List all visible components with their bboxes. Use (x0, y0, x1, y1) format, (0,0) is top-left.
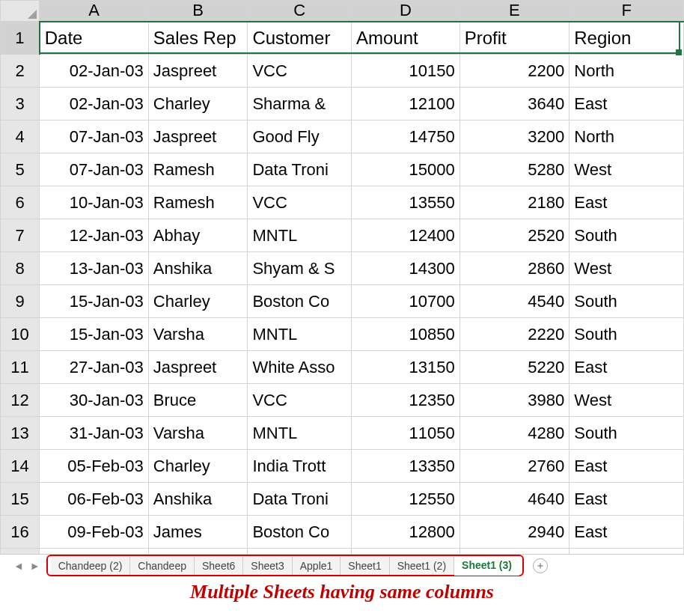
cell-date[interactable]: 07-Jan-03 (40, 121, 149, 153)
cell-cust[interactable]: MNTL (248, 417, 352, 450)
cell-region[interactable]: East (570, 186, 684, 219)
row-header[interactable]: 4 (1, 121, 40, 153)
cell-date[interactable]: 15-Jan-03 (40, 285, 149, 318)
cell-F1[interactable]: Region (570, 22, 684, 55)
cell-region[interactable]: South (570, 318, 684, 351)
cell-region[interactable]: East (570, 351, 684, 384)
cell-amount[interactable]: 15000 (352, 153, 460, 186)
cell-cust[interactable]: VCC (248, 55, 352, 88)
col-header-F[interactable]: F (570, 1, 684, 22)
cell-date[interactable]: 13-Jan-03 (40, 252, 149, 285)
cell-amount[interactable]: 12100 (352, 88, 460, 121)
cell-profit[interactable]: 4640 (459, 483, 570, 516)
col-header-D[interactable]: D (352, 1, 460, 22)
cell-amount[interactable]: 14750 (352, 121, 460, 153)
cell-region[interactable]: West (570, 252, 684, 285)
cell-date[interactable]: 30-Jan-03 (40, 384, 149, 417)
tab-next-icon[interactable]: ► (30, 560, 40, 572)
cell-rep[interactable]: James (148, 516, 248, 549)
cell-date[interactable]: 15-Jan-03 (40, 318, 149, 351)
cell-profit[interactable]: 3980 (459, 384, 570, 417)
row-header[interactable]: 12 (1, 384, 40, 417)
cell-cust[interactable]: White Asso (248, 351, 352, 384)
cell-cust[interactable]: Boston Co (248, 285, 352, 318)
add-sheet-button[interactable]: ＋ (533, 558, 548, 573)
cell-rep[interactable]: Bruce (148, 384, 248, 417)
cell-amount[interactable]: 11050 (352, 417, 460, 450)
cell-profit[interactable]: 2760 (459, 450, 570, 483)
cell-cust[interactable]: VCC (248, 186, 352, 219)
cell-date[interactable]: 10-Jan-03 (40, 186, 149, 219)
cell-amount[interactable]: 10700 (352, 285, 460, 318)
cell-rep[interactable]: Jaspreet (148, 121, 248, 153)
cell-date[interactable]: 06-Feb-03 (40, 483, 149, 516)
cell-date[interactable]: 07-Jan-03 (40, 153, 149, 186)
cell-region[interactable]: West (570, 384, 684, 417)
cell-amount[interactable]: 10850 (352, 318, 460, 351)
cell-rep[interactable]: Jaspreet (148, 55, 248, 88)
cell-cust[interactable]: MNTL (248, 219, 352, 252)
cell-profit[interactable]: 3640 (459, 88, 570, 121)
cell-amount[interactable]: 14300 (352, 252, 460, 285)
cell-profit[interactable]: 2200 (459, 55, 570, 88)
tab-prev-icon[interactable]: ◄ (13, 560, 24, 572)
col-header-C[interactable]: C (248, 1, 352, 22)
row-header[interactable]: 16 (1, 516, 40, 549)
cell-profit[interactable]: 2520 (459, 219, 570, 252)
sheet-tab[interactable]: Sheet1 (3) (454, 556, 519, 576)
cell-region[interactable]: East (570, 483, 684, 516)
cell-region[interactable]: West (570, 153, 684, 186)
cell-region[interactable]: South (570, 219, 684, 252)
cell-C1[interactable]: Customer (248, 22, 352, 55)
cell-profit[interactable]: 2860 (459, 252, 570, 285)
cell-B1[interactable]: Sales Rep (148, 22, 248, 55)
row-header[interactable]: 13 (1, 417, 40, 450)
spreadsheet-grid[interactable]: A B C D E F 1 Date Sales Rep Customer Am… (0, 0, 684, 554)
cell-region[interactable]: East (570, 88, 684, 121)
cell-date[interactable]: 02-Jan-03 (40, 55, 149, 88)
cell-profit[interactable]: 4280 (459, 417, 570, 450)
row-header[interactable]: 2 (1, 55, 40, 88)
cell-date[interactable]: 02-Jan-03 (40, 88, 149, 121)
cell-cust[interactable]: Data Troni (248, 483, 352, 516)
sheet-tab[interactable]: Chandeep (130, 557, 195, 575)
cell-profit[interactable]: 5220 (459, 351, 570, 384)
cell-amount[interactable]: 12400 (352, 219, 460, 252)
cell-region[interactable]: South (570, 417, 684, 450)
cell-region[interactable]: South (570, 285, 684, 318)
cell-rep[interactable]: Anshika (148, 252, 248, 285)
cell-rep[interactable]: Abhay (148, 219, 248, 252)
cell-amount[interactable]: 12350 (352, 384, 460, 417)
row-header-1[interactable]: 1 (1, 22, 40, 55)
row-header[interactable]: 14 (1, 450, 40, 483)
cell-profit[interactable]: 5280 (459, 153, 570, 186)
cell-rep[interactable]: Varsha (148, 318, 248, 351)
sheet-tab[interactable]: Sheet6 (195, 557, 243, 575)
row-header[interactable]: 6 (1, 186, 40, 219)
cell-rep[interactable]: Ramesh (148, 153, 248, 186)
cell-amount[interactable]: 13550 (352, 186, 460, 219)
cell-cust[interactable]: MNTL (248, 318, 352, 351)
cell-rep[interactable]: Ramesh (148, 186, 248, 219)
row-header[interactable]: 7 (1, 219, 40, 252)
cell-amount[interactable]: 12550 (352, 483, 460, 516)
cell-cust[interactable]: Good Fly (248, 121, 352, 153)
row-header[interactable]: 15 (1, 483, 40, 516)
col-header-B[interactable]: B (148, 1, 248, 22)
cell-rep[interactable]: Jaspreet (148, 351, 248, 384)
cell-rep[interactable]: Varsha (148, 417, 248, 450)
sheet-tab[interactable]: Apple1 (293, 557, 341, 575)
sheet-tab[interactable]: Sheet3 (243, 557, 292, 575)
cell-cust[interactable]: India Trott (248, 450, 352, 483)
select-all-corner[interactable] (1, 1, 40, 22)
sheet-tab[interactable]: Sheet1 (2) (390, 557, 454, 575)
cell-region[interactable]: North (570, 121, 684, 153)
cell-E1[interactable]: Profit (459, 22, 570, 55)
col-header-E[interactable]: E (459, 1, 570, 22)
cell-cust[interactable]: Data Troni (248, 153, 352, 186)
row-header[interactable]: 5 (1, 153, 40, 186)
cell-profit[interactable]: 2180 (459, 186, 570, 219)
cell-cust[interactable]: Sharma & (248, 88, 352, 121)
cell-date[interactable]: 09-Feb-03 (40, 516, 149, 549)
row-header[interactable]: 8 (1, 252, 40, 285)
